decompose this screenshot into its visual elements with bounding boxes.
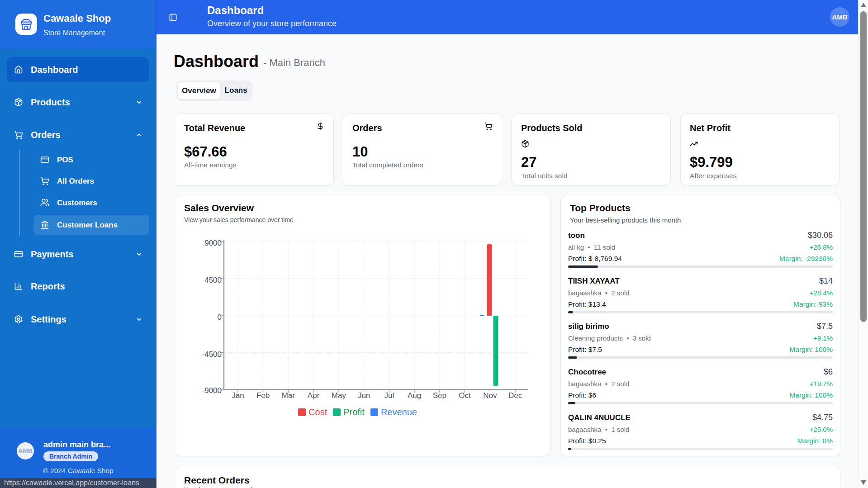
svg-text:9000: 9000 [204, 239, 222, 247]
svg-text:Dec: Dec [508, 391, 522, 400]
svg-text:-9000: -9000 [202, 386, 222, 395]
svg-text:Oct: Oct [459, 391, 471, 400]
svg-text:4500: 4500 [204, 276, 222, 284]
svg-text:Jun: Jun [358, 391, 370, 400]
svg-text:Jan: Jan [232, 391, 244, 400]
svg-text:0: 0 [218, 313, 222, 322]
svg-text:Apr: Apr [308, 391, 320, 400]
svg-text:-4500: -4500 [202, 350, 222, 359]
svg-text:Mar: Mar [282, 391, 295, 400]
svg-text:May: May [332, 391, 346, 400]
svg-text:Nov: Nov [483, 391, 497, 400]
svg-text:Aug: Aug [408, 391, 421, 400]
svg-text:Jul: Jul [384, 391, 394, 400]
svg-text:Sep: Sep [433, 391, 446, 400]
svg-text:Feb: Feb [256, 391, 270, 400]
